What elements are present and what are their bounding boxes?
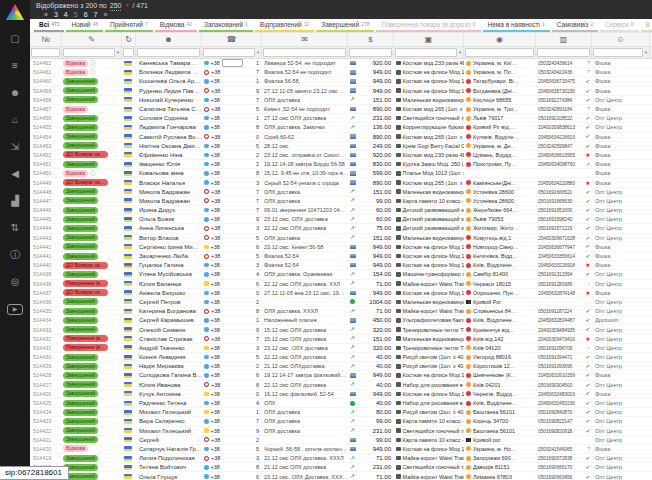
table-row[interactable]: 514420 Відмова ⓘ Ситарчук Наталія Гр… +3…	[30, 445, 652, 454]
phone-cell[interactable]: +38 7	[202, 96, 262, 104]
table-row[interactable]: 514418 Завершений ⓘ Тетяна Войтович +38 …	[30, 463, 652, 472]
table-row[interactable]: 514455 Завершений ⓘ Людмила Гончарова +3…	[30, 123, 652, 132]
filter-caret-product[interactable]: ▼	[458, 50, 462, 55]
table-row[interactable]: 514419 Завершений ⓘ Лилия Подолинская +3…	[30, 454, 652, 463]
purchases-icon[interactable]: ⇲	[5, 142, 25, 152]
column-header-manager-icon[interactable]: ☺	[592, 33, 650, 46]
table-row[interactable]: 514449 ДО Возврат ок… ⓘ Власюк Наталья +…	[30, 178, 652, 187]
column-header-ttn-icon[interactable]: ▥	[536, 33, 592, 46]
tab-Завершений[interactable]: Завершений278	[316, 19, 374, 32]
phone-cell[interactable]: +38 1	[202, 77, 262, 85]
table-row[interactable]: 514426 Завершений ⓘ Кучук Антоніна +38 0…	[30, 390, 652, 399]
phone-cell[interactable]: +38 1	[202, 408, 262, 416]
column-header-product-icon[interactable]: ▣	[394, 33, 464, 46]
video-icon[interactable]: ▶	[7, 304, 23, 315]
first-page-button[interactable]: «	[44, 10, 48, 19]
column-header-address-icon[interactable]: ◉	[464, 33, 536, 46]
phone-cell[interactable]: +38 3	[202, 261, 262, 269]
table-row[interactable]: 514448 Завершений ⓘ Микола Бадражан +38 …	[30, 188, 652, 197]
phone-cell[interactable]: +38 2	[202, 436, 262, 444]
phone-cell[interactable]: +38 0	[202, 289, 262, 297]
page-7[interactable]: 7	[94, 10, 98, 19]
filter-caret-manager[interactable]: ▼	[644, 50, 648, 55]
filter-input-ttn[interactable]	[537, 48, 590, 57]
table-row[interactable]: 514429 Завершений ⓘ Надія Мерзаєва +38 2…	[30, 362, 652, 371]
table-row[interactable]: 514434 Завершений ⓘ Сергей Карамышев +38…	[30, 316, 652, 325]
table-row[interactable]: 514443 Завершений ⓘ Віктор Власов +38 5 …	[30, 234, 652, 243]
marketing-icon[interactable]: ◀	[5, 169, 25, 179]
warehouse-icon[interactable]: ⌂	[5, 115, 25, 125]
dashboard-icon[interactable]: ▢	[5, 34, 25, 44]
table-row[interactable]: 514461 Відмова ⓘ Близнюк Людмила … +38 7…	[30, 68, 652, 77]
table-row[interactable]: 514422 Завершений ⓘ Михаил Гилецький +38…	[30, 427, 652, 436]
phone-cell[interactable]: +38 9	[202, 326, 262, 334]
tab-Повернення товару (в дорозі)[interactable]: Повернення товару (в дорозі)0	[376, 19, 480, 32]
table-row[interactable]: 514417 Завершений ⓘ Ольга Глущук +38 6 2…	[30, 472, 652, 480]
phone-cell[interactable]: +38 5	[202, 234, 262, 242]
phone-cell[interactable]: +38 9	[202, 215, 262, 223]
phone-cell[interactable]: +38 8	[202, 123, 262, 131]
web-icon[interactable]: ◎	[5, 277, 25, 287]
column-header-client-icon[interactable]: ☻	[136, 33, 202, 46]
phone-cell[interactable]: +38 8	[202, 169, 262, 177]
phone-cell[interactable]: +38 0	[202, 133, 262, 141]
phone-cell[interactable]: +38 7	[202, 197, 262, 205]
table-row[interactable]: 514452 ДО Возврат ок… ⓘ Єфименко Ніна +3…	[30, 151, 652, 160]
phone-cell[interactable]: +38 7	[202, 206, 262, 214]
phone-cell[interactable]: +38 1	[202, 114, 262, 122]
phone-cell[interactable]: +38 5	[202, 142, 262, 150]
filter-input-address[interactable]	[465, 48, 534, 57]
tab-Всі[interactable]: Всі471	[34, 19, 64, 32]
table-row[interactable]: 514451 Завершений ⓘ Іващенко Юлія +38 2 …	[30, 160, 652, 169]
table-row[interactable]: 514425 Завершений ⓘ Радченко Тетяна +38 …	[30, 399, 652, 408]
table-row[interactable]: 514462 Відмова ⓘ Каневська Тамара … +38 …	[30, 59, 652, 68]
filter-input-client[interactable]	[137, 48, 200, 57]
table-row[interactable]: 514421 Завершений ⓘ Сергей +38 2 99.00 К…	[30, 436, 652, 445]
phone-cell[interactable]: +38 2	[202, 298, 262, 306]
table-row[interactable]: 514454 Завершений ⓘ Самотій Руслана Во… …	[30, 133, 652, 142]
per-page-select[interactable]: 250	[110, 1, 122, 11]
filter-caret-status[interactable]: ▼	[116, 50, 120, 55]
phone-cell[interactable]: +38 2	[202, 362, 262, 370]
table-row[interactable]: 514436 Завершений ⓘ Сергей Петров +38 2 …	[30, 298, 652, 307]
tab-Відмова[interactable]: Відмова42	[155, 19, 197, 32]
filter-input-status[interactable]	[63, 48, 115, 57]
phone-cell[interactable]: +38 7	[202, 335, 262, 343]
phone-cell[interactable]: +38 9	[202, 427, 262, 435]
table-row[interactable]: 514458 Завершений ⓘ Николай Кучеренко +3…	[30, 96, 652, 105]
filter-input-product[interactable]	[395, 48, 457, 57]
clients-icon[interactable]: ☻	[5, 88, 25, 98]
table-row[interactable]: 514437 ДО Возврат ок… ⓘ Анжела Безушко +…	[30, 289, 652, 298]
last-page-button[interactable]: »	[103, 10, 107, 19]
column-header-id-icon[interactable]: №	[30, 33, 62, 46]
table-row[interactable]: 514450 Відмова ⓘ Ковальова анна +38 8 15…	[30, 169, 652, 178]
phone-cell[interactable]: +38 9	[202, 87, 262, 95]
filter-input-price[interactable]	[349, 48, 392, 57]
table-row[interactable]: 514447 Завершений ⓘ Микола Бадражан +38 …	[30, 197, 652, 206]
phone-cell[interactable]: +38 7	[202, 68, 262, 76]
page-4[interactable]: 4	[64, 10, 68, 19]
table-row[interactable]: 514423 Завершений ⓘ Вера Скляренко +38 7…	[30, 417, 652, 426]
column-header-country-icon[interactable]: ↻	[122, 33, 136, 46]
chevron-down-icon[interactable]: ▼	[124, 1, 129, 10]
phone-cell[interactable]: +38 6	[202, 243, 262, 251]
phone-cell[interactable]: +38 8	[202, 463, 262, 471]
tab-Запакований[interactable]: Запакований1	[199, 19, 253, 32]
table-row[interactable]: 514457 Відмова ⓘ Салєгина Татьяна С… +38…	[30, 105, 652, 114]
phone-cell[interactable]: +38 1	[202, 316, 262, 324]
table-row[interactable]: 514433 Завершений ⓘ Олексій Семанін +38 …	[30, 325, 652, 334]
phone-cell[interactable]: +38 5	[202, 353, 262, 361]
phone-cell[interactable]: +38 3	[202, 344, 262, 352]
phone-cell[interactable]: +38 1	[202, 59, 262, 67]
phone-cell[interactable]: +38 7	[202, 417, 262, 425]
table-row[interactable]: 514442 Завершений ⓘ Сергієнко Ірина Ми… …	[30, 243, 652, 252]
table-row[interactable]: 514440 ДО Возврат ок… ⓘ Гуцалюк Галина +…	[30, 261, 652, 270]
tab-Сервіси[interactable]: Сервіси0	[600, 19, 638, 32]
phone-cell[interactable]: +38 3	[202, 454, 262, 462]
filter-input-comment[interactable]	[263, 48, 346, 57]
tab-Нема в наявності[interactable]: Нема в наявності1	[483, 19, 550, 32]
table-row[interactable]: 514428 Завершений ⓘ Солодкова Галина В… …	[30, 371, 652, 380]
filter-caret-phone[interactable]: ▼	[256, 50, 260, 55]
column-header-status-icon[interactable]: ✎	[62, 33, 122, 46]
page-6[interactable]: 6	[84, 10, 88, 19]
